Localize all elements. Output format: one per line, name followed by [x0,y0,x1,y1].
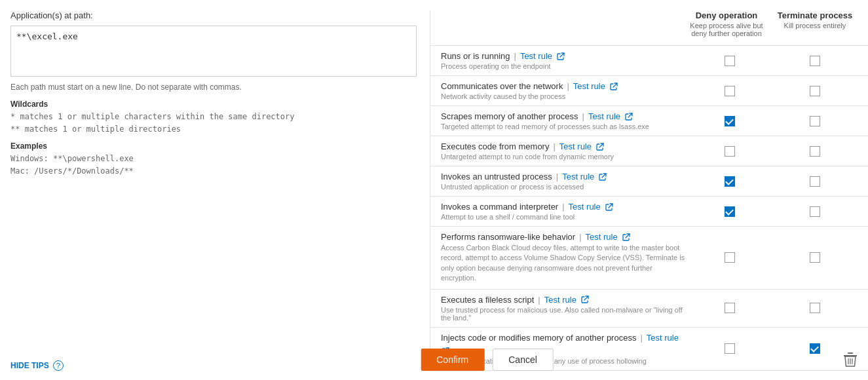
terminate-cell-5 [772,206,858,217]
terminate-checkbox-6[interactable] [810,252,820,263]
rule-test-link-5[interactable]: Test rule [569,202,601,212]
terminate-checkbox-5[interactable] [810,206,820,217]
rule-title-7: Executes a fileless script|Test rule [441,295,687,305]
rule-separator-8: | [640,333,642,343]
rule-separator-7: | [538,295,540,305]
example-mac: Mac: /Users/*/Downloads/** [10,165,417,178]
rule-row-1: Communicates over the network|Test ruleN… [430,76,868,106]
rule-title-4: Invokes an untrusted process|Test rule [441,172,687,181]
rule-desc-3: Untargeted attempt to run code from dyna… [441,153,687,161]
rule-test-link-3[interactable]: Test rule [559,142,592,151]
confirm-button[interactable]: Confirm [421,349,484,371]
hide-tips-button[interactable]: HIDE TIPS [10,361,49,370]
rule-desc-4: Untrusted application or process is acce… [441,183,687,191]
deny-checkbox-7[interactable] [725,303,735,313]
col-deny-header: Deny operation Keep process alive but de… [687,10,772,37]
hide-tips-container: HIDE TIPS ? [10,360,64,371]
external-link-icon-1[interactable] [609,82,618,91]
rule-separator-1: | [567,81,569,91]
rule-desc-6: Access Carbon Black Cloud decoy files, a… [441,243,687,284]
rule-title-text-8: Injects code or modifies memory of anoth… [441,333,636,343]
external-link-icon-6[interactable] [622,233,631,242]
rule-desc-0: Process operating on the endpoint [441,62,687,70]
action-buttons: Confirm Cancel [421,349,554,371]
path-hint: Each path must start on a new line. Do n… [10,83,417,92]
terminate-checkbox-4[interactable] [810,176,820,187]
external-link-icon-4[interactable] [598,172,607,181]
rule-info-2: Scrapes memory of another process|Test r… [441,111,687,130]
terminate-cell-4 [772,176,858,187]
terminate-checkbox-3[interactable] [810,146,820,157]
rule-test-link-8[interactable]: Test rule [647,333,679,343]
rule-info-6: Performs ransomware-like behavior|Test r… [441,232,687,284]
rule-title-text-5: Invokes a command interpreter [441,202,558,212]
rule-desc-2: Targeted attempt to read memory of proce… [441,123,687,130]
rule-test-link-6[interactable]: Test rule [586,232,618,242]
deny-cell-4 [687,176,772,187]
app-path-input[interactable]: **\excel.exe [10,26,417,77]
rules-list: Runs or is running|Test ruleProcess oper… [430,46,868,371]
rule-title-text-2: Scrapes memory of another process [441,111,578,121]
deny-checkbox-3[interactable] [725,146,735,157]
rule-test-link-0[interactable]: Test rule [520,51,552,61]
deny-cell-0 [687,56,772,66]
rule-test-link-2[interactable]: Test rule [588,111,620,121]
wildcard-double: ** matches 1 or multiple directories [10,123,417,136]
cancel-button[interactable]: Cancel [492,349,554,371]
rule-title-text-6: Performs ransomware-like behavior [441,232,575,242]
terminate-checkbox-8[interactable] [810,343,820,354]
rule-row-3: Executes code from memory|Test ruleUntar… [430,136,868,166]
deny-checkbox-5[interactable] [725,206,735,217]
terminate-cell-0 [772,56,858,66]
terminate-checkbox-7[interactable] [810,303,820,313]
terminate-checkbox-2[interactable] [810,116,820,126]
terminate-cell-2 [772,116,858,126]
col-terminate-header: Terminate process Kill process entirely [772,10,858,29]
deny-cell-1 [687,86,772,96]
deny-checkbox-0[interactable] [725,56,735,66]
deny-cell-2 [687,116,772,126]
rule-title-text-4: Invokes an untrusted process [441,172,552,181]
rule-separator-4: | [556,172,558,181]
rule-row-7: Executes a fileless script|Test ruleUse … [430,290,868,328]
terminate-cell-3 [772,146,858,157]
wildcards-title: Wildcards [10,98,417,111]
external-link-icon-2[interactable] [624,112,633,121]
rule-title-text-3: Executes code from memory [441,142,549,151]
wildcard-single: * matches 1 or multiple characters withi… [10,111,417,123]
deny-checkbox-6[interactable] [725,252,735,263]
external-link-icon-0[interactable] [556,52,565,61]
rule-title-6: Performs ransomware-like behavior|Test r… [441,232,687,242]
external-link-icon-5[interactable] [605,202,614,212]
rule-title-0: Runs or is running|Test rule [441,51,687,61]
trash-icon[interactable] [843,352,858,371]
deny-checkbox-1[interactable] [725,86,735,96]
rule-title-1: Communicates over the network|Test rule [441,81,687,91]
rule-test-link-7[interactable]: Test rule [544,295,576,305]
wildcards-section: Wildcards * matches 1 or multiple charac… [10,98,417,178]
rule-row-6: Performs ransomware-like behavior|Test r… [430,227,868,290]
external-link-icon-3[interactable] [595,142,605,151]
deny-checkbox-2[interactable] [725,116,735,126]
col-deny-title: Deny operation [687,10,766,20]
rule-separator-6: | [579,232,581,242]
rule-title-5: Invokes a command interpreter|Test rule [441,202,687,212]
terminate-checkbox-1[interactable] [810,86,820,96]
rule-test-link-4[interactable]: Test rule [562,172,594,181]
rules-header: Deny operation Keep process alive but de… [430,10,868,46]
external-link-icon-7[interactable] [580,295,590,304]
rule-title-text-0: Runs or is running [441,51,510,61]
svg-rect-1 [848,352,853,354]
col-deny-sub: Keep process alive but deny further oper… [687,22,766,37]
rule-test-link-1[interactable]: Test rule [573,81,605,91]
terminate-cell-7 [772,303,858,313]
terminate-cell-1 [772,86,858,96]
rule-info-5: Invokes a command interpreter|Test ruleA… [441,202,687,221]
left-panel: Application(s) at path: **\excel.exe Eac… [10,10,430,371]
rule-separator-0: | [514,51,516,61]
deny-checkbox-8[interactable] [725,343,735,354]
help-icon[interactable]: ? [53,360,64,371]
rule-title-text-1: Communicates over the network [441,81,563,91]
terminate-checkbox-0[interactable] [810,56,820,66]
deny-checkbox-4[interactable] [725,176,735,187]
